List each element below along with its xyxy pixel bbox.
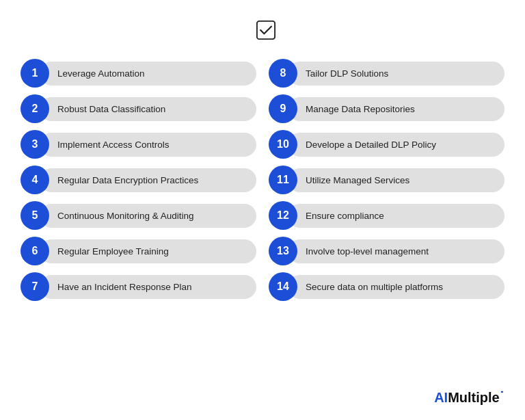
item-label: Implement Access Controls: [40, 133, 256, 157]
item-label: Utilize Managed Services: [288, 168, 504, 192]
item-number: 14: [269, 272, 297, 301]
list-item: 12Ensure compliance: [269, 201, 504, 230]
list-item: 6Regular Employee Training: [21, 237, 256, 265]
left-column: 1Leverage Automation2Robust Data Classif…: [21, 59, 256, 301]
brand-ai: AI: [434, 390, 448, 405]
item-label: Tailor DLP Solutions: [288, 62, 504, 86]
list-item: 13Involve top-level management: [269, 237, 504, 265]
item-number: 9: [269, 94, 297, 123]
list-item: 14Secure data on multiple platforms: [269, 272, 504, 301]
item-label: Develope a Detailed DLP Policy: [288, 133, 504, 157]
list-item: 3Implement Access Controls: [21, 130, 256, 159]
item-label: Secure data on multiple platforms: [288, 275, 504, 299]
item-number: 5: [21, 201, 49, 230]
item-label: Robust Data Classification: [40, 97, 256, 121]
item-label: Regular Employee Training: [40, 239, 256, 263]
item-number: 10: [269, 130, 297, 159]
item-label: Regular Data Encryption Practices: [40, 168, 256, 192]
check-icon: [256, 21, 275, 40]
list-item: 8Tailor DLP Solutions: [269, 59, 504, 88]
main-content: 1Leverage Automation2Robust Data Classif…: [21, 59, 504, 301]
list-item: 1Leverage Automation: [21, 59, 256, 88]
item-number: 13: [269, 237, 297, 265]
list-item: 2Robust Data Classification: [21, 94, 256, 123]
item-number: 6: [21, 237, 49, 265]
item-label: Ensure compliance: [288, 204, 504, 228]
brand-dot: ˙: [500, 389, 504, 406]
brand-multiple: Multiple: [448, 390, 500, 405]
item-label: Leverage Automation: [40, 62, 256, 86]
item-label: Have an Incident Response Plan: [40, 275, 256, 299]
item-number: 12: [269, 201, 297, 230]
list-item: 10Develope a Detailed DLP Policy: [269, 130, 504, 159]
item-number: 8: [269, 59, 297, 88]
item-label: Manage Data Repositories: [288, 97, 504, 121]
item-label: Continuous Monitoring & Auditing: [40, 204, 256, 228]
item-label: Involve top-level management: [288, 239, 504, 263]
list-item: 11Utilize Managed Services: [269, 166, 504, 194]
right-column: 8Tailor DLP Solutions9Manage Data Reposi…: [269, 59, 504, 301]
list-item: 7Have an Incident Response Plan: [21, 272, 256, 301]
svg-rect-0: [257, 21, 275, 39]
item-number: 2: [21, 94, 49, 123]
list-item: 4Regular Data Encryption Practices: [21, 166, 256, 194]
item-number: 7: [21, 272, 49, 301]
footer: AIMultiple˙: [21, 382, 504, 406]
list-item: 9Manage Data Repositories: [269, 94, 504, 123]
page-header: [250, 21, 275, 40]
item-number: 4: [21, 166, 49, 194]
item-number: 11: [269, 166, 297, 194]
item-number: 1: [21, 59, 49, 88]
brand-logo: AIMultiple˙: [434, 389, 504, 406]
list-item: 5Continuous Monitoring & Auditing: [21, 201, 256, 230]
item-number: 3: [21, 130, 49, 159]
